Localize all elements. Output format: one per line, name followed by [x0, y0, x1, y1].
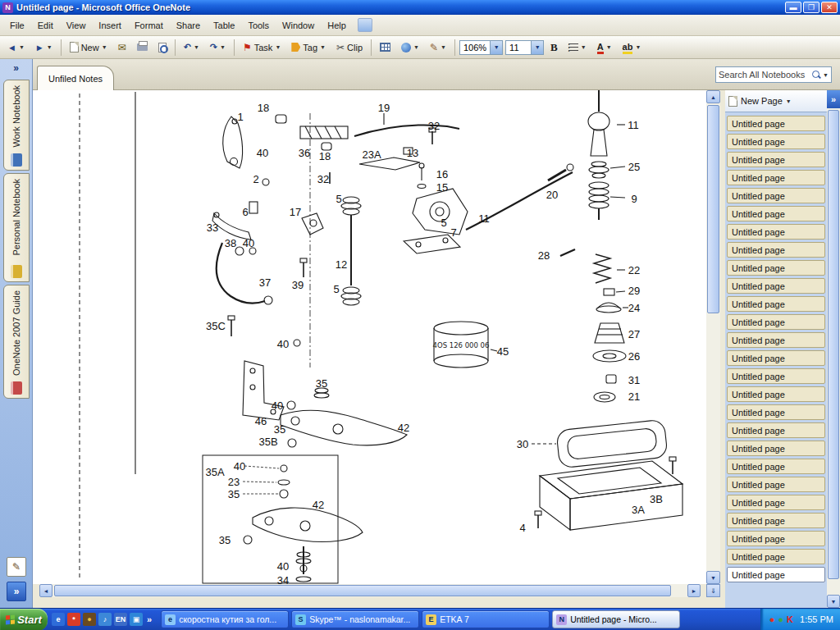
page-list-item[interactable]: Untitled page: [727, 495, 825, 510]
restore-button[interactable]: ❐: [803, 2, 819, 13]
clock[interactable]: 1:55 PM: [800, 614, 833, 624]
menu-view[interactable]: View: [60, 18, 93, 33]
scroll-right-icon[interactable]: ►: [687, 584, 701, 597]
horizontal-scroll-thumb[interactable]: [54, 585, 671, 596]
new-page-dropdown-icon[interactable]: ▼: [786, 98, 792, 104]
expand-navigation-icon[interactable]: »: [0, 59, 32, 77]
tag-button[interactable]: Tag▼: [287, 40, 330, 55]
page-list-item[interactable]: Untitled page: [727, 116, 825, 131]
redo-button[interactable]: ↷▼: [206, 39, 230, 55]
font-size-combo[interactable]: 11 ▼: [505, 40, 544, 55]
page-list-item[interactable]: Untitled page: [727, 404, 825, 420]
search-input[interactable]: [716, 70, 811, 80]
bullets-button[interactable]: ▼: [564, 40, 591, 54]
new-page-header[interactable]: New Page ▼: [725, 90, 827, 112]
page-list-item[interactable]: Untitled page: [727, 224, 825, 240]
print-button[interactable]: [133, 41, 152, 53]
taskbar-button[interactable]: SSkype™ - naslonamakar...: [291, 610, 419, 628]
menu-extra-icon[interactable]: [358, 18, 372, 32]
menu-edit[interactable]: Edit: [31, 18, 60, 33]
page-list-item[interactable]: Untitled page: [727, 350, 825, 366]
scroll-left-icon[interactable]: ◄: [39, 584, 52, 597]
sidebar-item-work-notebook[interactable]: Work Notebook: [3, 80, 30, 171]
page-navigation-button[interactable]: ⇓: [706, 584, 720, 597]
undo-button[interactable]: ↶▼: [180, 39, 203, 55]
content-horizontal-scrollbar[interactable]: ◄ ►: [39, 584, 701, 597]
font-size-dropdown-icon[interactable]: ▼: [531, 41, 543, 54]
page-list-item[interactable]: Untitled page: [727, 459, 825, 474]
page-list-scrollbar[interactable]: » ▼: [827, 90, 840, 608]
page-list-item[interactable]: Untitled page: [727, 314, 825, 330]
launch-icon-4[interactable]: ♪: [98, 613, 112, 626]
taskbar-button[interactable]: NUntitled page - Micro...: [552, 610, 680, 628]
quick-launch-overflow-icon[interactable]: »: [145, 614, 153, 624]
page-list-item[interactable]: Untitled page: [727, 332, 825, 348]
page-list-item[interactable]: Untitled page: [727, 386, 825, 402]
page-list-item[interactable]: Untitled page: [727, 368, 825, 384]
page-list-item[interactable]: Untitled page: [727, 296, 825, 312]
print-preview-button[interactable]: [154, 40, 171, 55]
launch-icon-3[interactable]: ●: [83, 613, 96, 626]
language-en-icon[interactable]: EN: [114, 613, 127, 626]
kaspersky-icon[interactable]: K: [787, 615, 793, 624]
start-button[interactable]: Start: [0, 609, 48, 630]
font-color-button[interactable]: A▼: [593, 39, 616, 56]
forward-button[interactable]: ►▼: [31, 40, 57, 55]
page-list-item[interactable]: Untitled page: [727, 549, 825, 564]
collapse-page-tabs-icon[interactable]: »: [827, 90, 840, 108]
page-list-item[interactable]: Untitled page: [727, 152, 825, 167]
page-canvas[interactable]: 4OS 126 000 06 11819321140361823A1325232…: [33, 90, 706, 584]
menu-help[interactable]: Help: [321, 18, 353, 33]
search-scope-dropdown-icon[interactable]: ▼: [823, 72, 829, 78]
zoom-dropdown-icon[interactable]: ▼: [490, 41, 502, 54]
page-list-item[interactable]: Untitled page: [727, 477, 825, 492]
page-list-item[interactable]: Untitled page: [727, 206, 825, 221]
screen-clip-button[interactable]: ✂ Clip: [332, 39, 367, 56]
menu-format[interactable]: Format: [128, 18, 170, 33]
close-button[interactable]: ✕: [821, 2, 838, 13]
page-list-item[interactable]: Untitled page: [727, 531, 825, 546]
menu-table[interactable]: Table: [207, 18, 241, 33]
menu-window[interactable]: Window: [276, 18, 321, 33]
taskbar-button[interactable]: eскоростна кутия за гол...: [161, 610, 289, 628]
page-list-item[interactable]: Untitled page: [727, 513, 825, 528]
page-list-scroll-thumb[interactable]: [828, 110, 839, 579]
menu-file[interactable]: File: [3, 18, 31, 33]
sidebar-item-onenote-2007-guide[interactable]: OneNote 2007 Guide: [3, 285, 30, 399]
page-list-item[interactable]: Untitled page: [727, 422, 825, 438]
menu-share[interactable]: Share: [170, 18, 207, 33]
vertical-scroll-thumb[interactable]: [707, 105, 719, 313]
search-icon[interactable]: [811, 70, 821, 80]
tab-unfiled-notes[interactable]: Unfiled Notes: [37, 66, 114, 90]
alert-icon[interactable]: ●: [769, 615, 775, 624]
insert-table-button[interactable]: [376, 40, 395, 54]
new-page-button[interactable]: New▼: [66, 39, 112, 55]
all-notebooks-button[interactable]: »: [7, 582, 26, 601]
page-list-item[interactable]: Untitled page: [727, 242, 825, 258]
page-list-item[interactable]: Untitled page: [727, 260, 825, 276]
page-list-item[interactable]: Untitled page: [727, 441, 825, 456]
scroll-down-icon[interactable]: ▼: [706, 571, 720, 584]
content-vertical-scrollbar[interactable]: ▲ ▼: [706, 90, 720, 584]
internet-explorer-icon[interactable]: e: [52, 613, 65, 626]
scroll-up-icon[interactable]: ▲: [706, 90, 720, 103]
launch-icon-2[interactable]: *: [67, 613, 80, 626]
highlight-button[interactable]: ab▼: [619, 39, 646, 56]
minimize-button[interactable]: ▬: [785, 2, 801, 13]
email-button[interactable]: ✉: [114, 39, 130, 56]
bold-button[interactable]: B: [546, 39, 562, 57]
sidebar-item-personal-notebook[interactable]: Personal Notebook: [3, 173, 30, 282]
page-list-scroll-down-icon[interactable]: ▼: [827, 595, 840, 608]
page-list-item[interactable]: Untitled page: [727, 170, 825, 185]
page-list-item[interactable]: Untitled page: [727, 567, 825, 582]
page-list-item[interactable]: Untitled page: [727, 134, 825, 149]
insert-task-button[interactable]: ⚑ Task▼: [239, 39, 285, 56]
page-list-item[interactable]: Untitled page: [727, 188, 825, 203]
insert-hyperlink-button[interactable]: ▼: [397, 40, 423, 55]
back-button[interactable]: ◄▼: [3, 40, 29, 55]
menu-insert[interactable]: Insert: [92, 18, 128, 33]
unfiled-notes-button[interactable]: ✎: [7, 557, 26, 577]
zoom-combo[interactable]: 106% ▼: [459, 40, 503, 55]
page-list-item[interactable]: Untitled page: [727, 278, 825, 294]
taskbar-button[interactable]: EETKA 7: [422, 610, 550, 628]
